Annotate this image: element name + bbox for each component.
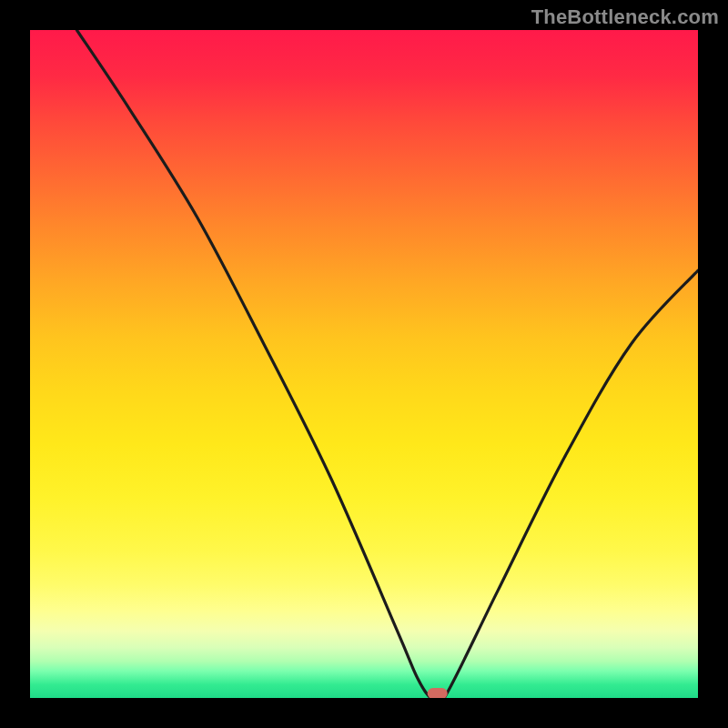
- chart-frame: TheBottleneck.com: [0, 0, 728, 728]
- minimum-marker: [428, 688, 448, 698]
- bottleneck-curve: [76, 30, 698, 698]
- plot-area: [30, 30, 698, 698]
- curve-svg: [30, 30, 698, 698]
- watermark-text: TheBottleneck.com: [531, 5, 719, 29]
